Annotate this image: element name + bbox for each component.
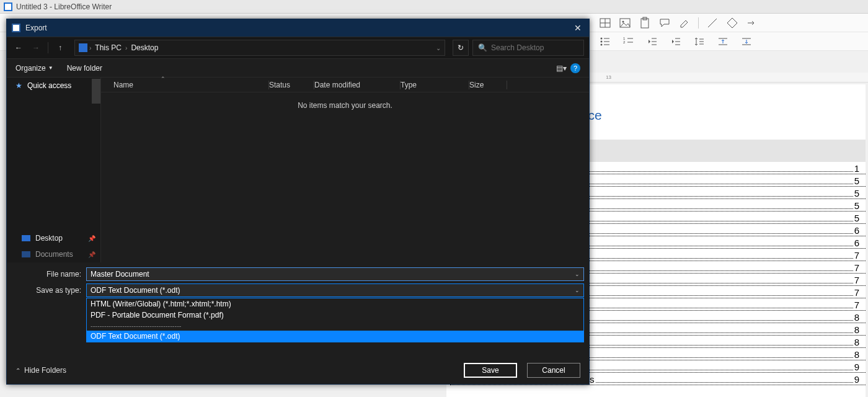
- refresh-button[interactable]: ↻: [453, 40, 469, 56]
- chevron-down-icon[interactable]: ⌄: [575, 271, 580, 277]
- saveas-option[interactable]: HTML (Writer/Global) (*.html;*.xhtml;*.h…: [87, 298, 583, 310]
- close-button[interactable]: ✕: [572, 22, 584, 34]
- writer-doc-icon: [4, 2, 12, 11]
- app-titlebar: Untitled 3 - LibreOffice Writer: [0, 0, 868, 14]
- breadcrumb-dropdown[interactable]: ⌄: [436, 45, 441, 51]
- pin-icon: 📌: [88, 251, 95, 258]
- hide-folders-toggle[interactable]: ⌃ Hide Folders: [16, 366, 66, 375]
- search-box[interactable]: 🔍: [472, 40, 584, 56]
- col-type[interactable]: Type: [401, 81, 469, 89]
- organize-label: Organize: [16, 64, 46, 73]
- pin-icon: 📌: [88, 235, 95, 242]
- navigation-pane: ★ Quick access Desktop 📌 Documents 📌: [7, 78, 101, 262]
- chevron-right-icon: ›: [125, 45, 127, 51]
- no-items-message: No items match your search.: [101, 101, 589, 110]
- saveas-option[interactable]: PDF - Portable Document Format (*.pdf): [87, 310, 583, 321]
- toolbar-sep: [698, 17, 699, 29]
- sort-asc-icon: ⌃: [161, 76, 166, 82]
- nav-documents-label: Documents: [35, 250, 73, 259]
- app-title: Untitled 3 - LibreOffice Writer: [16, 2, 112, 11]
- nav-desktop[interactable]: Desktop 📌: [7, 230, 100, 246]
- folder-icon: [22, 235, 30, 241]
- svg-point-4: [622, 20, 624, 22]
- svg-text:2: 2: [623, 40, 626, 44]
- save-button[interactable]: Save: [464, 363, 517, 378]
- dialog-titlebar[interactable]: Export ✕: [7, 19, 589, 37]
- chevron-down-icon: ▼: [48, 65, 53, 71]
- table-icon[interactable]: [599, 17, 611, 29]
- col-status[interactable]: Status: [269, 81, 314, 89]
- filename-value: Master Document: [91, 270, 149, 279]
- help-button[interactable]: ?: [570, 63, 580, 73]
- col-name[interactable]: Name ⌃: [113, 81, 268, 89]
- hide-folders-label: Hide Folders: [24, 366, 66, 375]
- svg-point-8: [601, 37, 603, 39]
- saveas-value: ODF Text Document (*.odt): [91, 286, 180, 295]
- svg-line-7: [708, 19, 717, 27]
- nav-desktop-label: Desktop: [35, 234, 63, 243]
- search-icon: 🔍: [478, 43, 487, 52]
- navpane-scrollbar[interactable]: [92, 79, 100, 104]
- saveas-type-dropdown[interactable]: ODF Text Document (*.odt) ⌄ HTML (Writer…: [86, 283, 584, 297]
- refresh-icon: ↻: [458, 43, 464, 52]
- saveas-type-list: HTML (Writer/Global) (*.html;*.xhtml;*.h…: [86, 298, 584, 342]
- file-list-pane: Name ⌃ Status Date modified Type Size No…: [101, 78, 589, 262]
- col-size[interactable]: Size: [469, 81, 507, 89]
- edit-icon[interactable]: [678, 17, 691, 29]
- col-date[interactable]: Date modified: [314, 81, 400, 89]
- saveas-label: Save as type:: [12, 286, 86, 295]
- export-dialog-icon: [12, 24, 20, 32]
- shape-icon[interactable]: [726, 17, 738, 29]
- saveas-option-separator: ----------------------------------------: [87, 321, 583, 331]
- column-headers: Name ⌃ Status Date modified Type Size: [101, 78, 589, 92]
- star-icon: ★: [16, 81, 22, 90]
- chevron-up-icon: ⌃: [16, 367, 20, 374]
- image-icon[interactable]: [619, 17, 631, 29]
- this-pc-icon: [79, 43, 87, 52]
- nav-sep: [48, 42, 48, 53]
- nav-forward-button[interactable]: →: [29, 41, 43, 55]
- filename-label: File name:: [12, 270, 86, 279]
- line-spacing-icon[interactable]: [693, 35, 706, 48]
- view-mode-button[interactable]: ▤▾: [556, 64, 567, 73]
- saveas-option[interactable]: ODF Text Document (*.odt): [87, 331, 583, 342]
- nav-quick-access[interactable]: ★ Quick access: [7, 78, 100, 94]
- nav-back-button[interactable]: ←: [12, 41, 25, 55]
- svg-point-9: [601, 40, 603, 42]
- filename-input[interactable]: Master Document ⌄: [86, 267, 584, 281]
- organize-menu[interactable]: Organize ▼: [16, 64, 53, 73]
- dialog-nav-bar: ← → ↑ › This PC › Desktop ⌄ ↻ 🔍: [7, 37, 589, 59]
- arrow-icon[interactable]: [746, 17, 758, 29]
- list-number-icon[interactable]: 12: [622, 35, 635, 48]
- para-spacing-dec-icon[interactable]: [740, 35, 753, 48]
- breadcrumb-leaf[interactable]: Desktop: [131, 43, 158, 52]
- dialog-footer: ⌃ Hide Folders Save Cancel: [7, 357, 589, 384]
- line-icon[interactable]: [706, 17, 719, 29]
- nav-documents[interactable]: Documents 📌: [7, 246, 100, 262]
- nav-up-button[interactable]: ↑: [53, 41, 67, 55]
- chevron-down-icon[interactable]: ⌄: [575, 287, 580, 293]
- folder-icon: [22, 251, 30, 257]
- new-folder-button[interactable]: New folder: [67, 64, 102, 73]
- breadcrumb[interactable]: › This PC › Desktop ⌄: [74, 40, 445, 56]
- indent-inc-icon[interactable]: [670, 35, 682, 48]
- dialog-toolbar: Organize ▼ New folder ▤▾ ?: [7, 59, 589, 78]
- dialog-form: File name: Master Document ⌄ Save as typ…: [7, 262, 589, 297]
- dialog-title: Export: [25, 24, 572, 32]
- cancel-button[interactable]: Cancel: [527, 363, 580, 378]
- breadcrumb-root[interactable]: This PC: [95, 43, 122, 52]
- list-bullet-icon[interactable]: [599, 35, 611, 48]
- indent-dec-icon[interactable]: [646, 35, 658, 48]
- chevron-right-icon: ›: [89, 45, 91, 51]
- clipboard-icon[interactable]: [639, 17, 651, 29]
- search-input[interactable]: [491, 43, 584, 52]
- svg-point-10: [601, 43, 603, 45]
- comment-icon[interactable]: [658, 17, 671, 29]
- nav-quick-label: Quick access: [27, 81, 71, 90]
- para-spacing-inc-icon[interactable]: [717, 35, 729, 48]
- export-dialog: Export ✕ ← → ↑ › This PC › Desktop ⌄ ↻ 🔍…: [6, 19, 590, 385]
